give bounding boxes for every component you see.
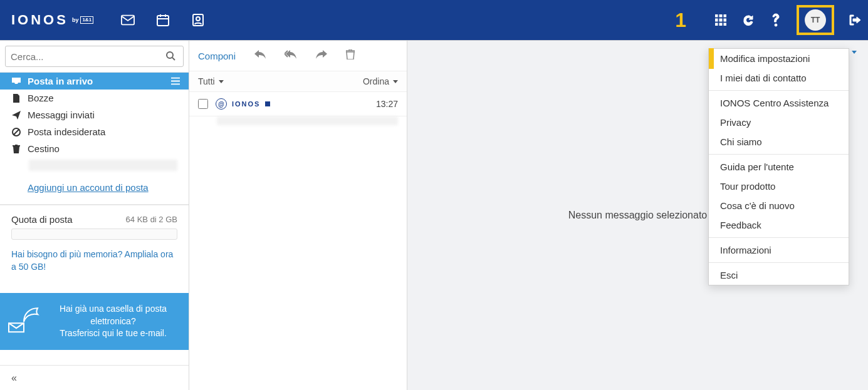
quota-bar [11, 228, 177, 240]
promo-line-2: Trasferisci qui le tue e-mail. [46, 327, 180, 340]
folder-label: Messaggi inviati [28, 110, 95, 120]
compose-button[interactable]: Componi [198, 51, 236, 61]
inbox-icon [11, 77, 21, 86]
message-row[interactable]: @ IONOS 13:27 [189, 92, 407, 130]
menu-info[interactable]: Informazioni [709, 240, 849, 260]
sender-badge-icon [265, 101, 270, 106]
delete-icon[interactable] [346, 49, 355, 62]
svg-point-6 [196, 17, 200, 21]
quota-title: Quota di posta [11, 214, 73, 225]
ban-icon [11, 128, 21, 136]
message-list-pane: Componi Tutti Ordina @ IONOS [189, 41, 407, 390]
empty-state-text: Nessun messaggio selezionato [568, 210, 707, 221]
file-icon [11, 94, 21, 103]
svg-line-23 [14, 130, 19, 135]
search-field[interactable] [5, 46, 184, 67]
apps-grid-icon[interactable] [714, 13, 728, 27]
quota-box: Quota di posta 64 KB di 2 GB Hai bisogno… [0, 205, 189, 279]
brand-by: by [72, 17, 79, 23]
svg-point-17 [167, 52, 173, 58]
search-button[interactable] [163, 51, 178, 63]
brand-box: 1&1 [80, 16, 93, 24]
message-sender: @ IONOS [216, 98, 369, 110]
topbar-right-icons: TT [714, 5, 862, 35]
svg-rect-1 [157, 16, 169, 26]
collapse-sidebar-icon[interactable]: « [11, 372, 17, 384]
add-account-link[interactable]: Aggiungi un account di posta [0, 171, 189, 204]
folder-label: Cestino [28, 143, 60, 154]
paper-plane-icon [11, 111, 21, 120]
promo-line-1: Hai già una casella di posta elettronica… [46, 303, 180, 327]
svg-rect-10 [715, 19, 718, 21]
account-avatar[interactable]: TT [805, 9, 826, 31]
annotation-step-1: 1 [675, 9, 686, 32]
message-time: 13:27 [376, 99, 398, 109]
folder-inbox[interactable]: Posta in arrivo [0, 73, 189, 90]
search-input[interactable] [11, 51, 163, 62]
svg-point-16 [775, 24, 777, 26]
menu-logout[interactable]: Esci [709, 265, 849, 285]
svg-rect-8 [719, 14, 722, 17]
folder-spam[interactable]: Posta indesiderata [0, 123, 189, 140]
menu-about[interactable]: Chi siamo [709, 132, 849, 151]
search-wrap [0, 41, 189, 73]
logout-icon[interactable] [848, 13, 862, 27]
account-name-redacted [29, 160, 177, 171]
folder-label: Bozze [28, 93, 54, 103]
chevron-down-icon [219, 80, 224, 83]
chevron-down-icon [852, 51, 857, 54]
folder-sent[interactable]: Messaggi inviati [0, 106, 189, 123]
sender-name: IONOS [232, 100, 260, 108]
brand-logo: IONOS [11, 12, 68, 28]
help-icon[interactable] [769, 13, 783, 27]
calendar-icon[interactable] [156, 13, 170, 27]
refresh-icon[interactable] [741, 13, 755, 27]
forward-icon[interactable] [316, 50, 327, 61]
sort-button[interactable]: Ordina [363, 76, 398, 86]
quota-upgrade-link[interactable]: Hai bisogno di più memoria? Ampliala ora… [11, 249, 177, 273]
topbar: IONOS by 1&1 1 TT [0, 0, 868, 40]
menu-whats-new[interactable]: Cosa c'è di nuovo [709, 196, 849, 215]
menu-feedback[interactable]: Feedback [709, 215, 849, 235]
list-header: Tutti Ordina [189, 71, 407, 92]
svg-line-18 [172, 58, 175, 60]
svg-rect-11 [719, 19, 722, 21]
mail-icon[interactable] [121, 13, 135, 27]
message-subject-redacted [217, 116, 398, 125]
promo-migrate-icon [6, 305, 40, 338]
sender-avatar-icon: @ [216, 98, 227, 110]
filter-all-button[interactable]: Tutti [198, 76, 224, 86]
topbar-left-icons [121, 13, 205, 27]
menu-my-contact-data[interactable]: I miei dati di contatto [709, 68, 849, 88]
svg-rect-7 [715, 14, 718, 17]
quota-amount: 64 KB di 2 GB [126, 215, 177, 224]
svg-rect-13 [715, 23, 718, 26]
menu-edit-settings[interactable]: Modifica impostazioni [709, 49, 849, 68]
menu-product-tour[interactable]: Tour prodotto [709, 177, 849, 196]
mail-toolbar: Componi [189, 41, 407, 71]
promo-banner[interactable]: Hai già una casella di posta elettronica… [0, 293, 189, 350]
message-checkbox[interactable] [198, 99, 208, 109]
trash-icon [11, 145, 21, 153]
brand[interactable]: IONOS by 1&1 [11, 12, 93, 28]
folder-trash[interactable]: Cestino [0, 140, 189, 157]
svg-rect-12 [724, 19, 726, 21]
sidebar: Posta in arrivo Bozze Messaggi inviati P… [0, 41, 189, 390]
reply-icon[interactable] [254, 50, 266, 61]
chevron-down-icon [393, 80, 398, 83]
reply-all-icon[interactable] [285, 50, 297, 61]
menu-help-center[interactable]: IONOS Centro Assistenza [709, 93, 849, 113]
menu-privacy[interactable]: Privacy [709, 113, 849, 132]
folder-list: Posta in arrivo Bozze Messaggi inviati P… [0, 73, 189, 157]
svg-rect-9 [724, 14, 726, 17]
filter-all-label: Tutti [198, 76, 215, 86]
search-icon [165, 51, 175, 61]
avatar-highlight: TT [797, 5, 834, 35]
folder-label: Posta indesiderata [28, 126, 105, 137]
folder-drafts[interactable]: Bozze [0, 90, 189, 106]
menu-user-guide[interactable]: Guida per l'utente [709, 157, 849, 177]
folder-options-icon[interactable] [171, 76, 180, 86]
app-body: Posta in arrivo Bozze Messaggi inviati P… [0, 40, 868, 390]
sort-label: Ordina [363, 76, 389, 86]
contacts-icon[interactable] [191, 13, 205, 27]
